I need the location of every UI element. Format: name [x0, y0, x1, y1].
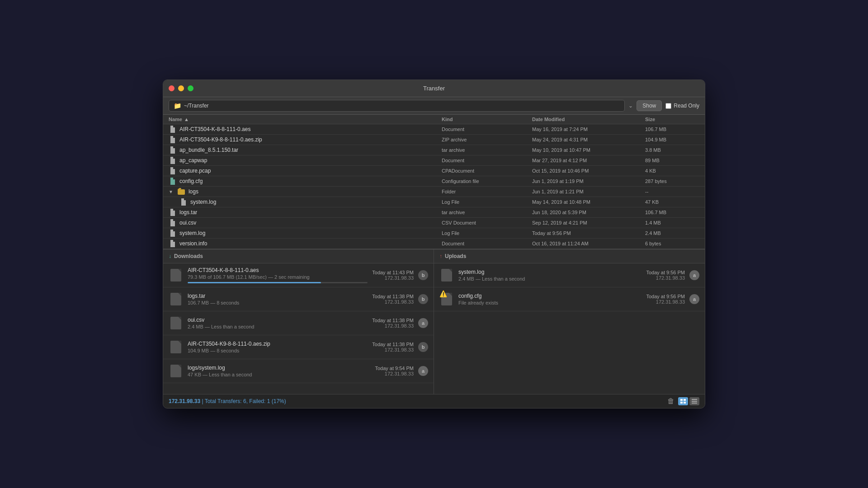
- path-bar[interactable]: 📁 ~/Transfer: [169, 100, 625, 112]
- table-row[interactable]: version.info Document Oct 16, 2019 at 11…: [163, 239, 705, 249]
- table-row[interactable]: oui.csv CSV Document Sep 12, 2019 at 4:2…: [163, 218, 705, 228]
- table-row[interactable]: AIR-CT3504-K-8-8-111-0.aes Document May …: [163, 124, 705, 135]
- col-date[interactable]: Date Modified: [532, 117, 645, 122]
- transfer-filename: oui.csv: [188, 317, 368, 323]
- doc-icon: [169, 146, 176, 154]
- grid-icon: [680, 399, 686, 404]
- upload-arrow-icon: ↑: [439, 253, 442, 259]
- download-item[interactable]: oui.csv 2.4 MB — Less than a second Toda…: [163, 311, 434, 335]
- file-name-cell: system.log: [179, 198, 442, 206]
- transfer-meta: 106.7 MB — 8 seconds: [188, 300, 368, 305]
- transfer-info: logs.tar 106.7 MB — 8 seconds: [188, 293, 368, 305]
- transfer-right: Today at 11:38 PM 172.31.98.33: [372, 342, 414, 352]
- transfer-info: AIR-CT3504-K9-8-8-111-0.aes.zip 104.9 MB…: [188, 341, 368, 353]
- sort-arrow: ▲: [184, 117, 189, 122]
- svg-rect-1: [680, 399, 683, 401]
- transfer-time: Today at 11:38 PM: [372, 318, 414, 323]
- col-size[interactable]: Size: [645, 117, 699, 122]
- status-icon[interactable]: b: [418, 294, 428, 304]
- progress-bar: [188, 282, 368, 283]
- doc-icon: [169, 126, 176, 133]
- path-dropdown-arrow[interactable]: ⌄: [628, 103, 633, 109]
- file-name-cell: ap_capwap: [169, 157, 442, 164]
- upload-item[interactable]: system.log 2.4 MB — Less than a second T…: [434, 263, 705, 287]
- download-arrow-icon: ↓: [169, 253, 171, 259]
- transfer-area: ↓ Downloads AIR-CT3504-K-8-8-111-0.aes 7…: [163, 249, 705, 394]
- transfer-doc-icon: [170, 317, 181, 329]
- table-row[interactable]: capture.pcap CPADocument Oct 15, 2019 at…: [163, 166, 705, 176]
- doc-icon: [169, 240, 176, 247]
- table-row[interactable]: ap_bundle_8.5.1.150.tar tar archive May …: [163, 145, 705, 155]
- show-button[interactable]: Show: [637, 100, 662, 111]
- download-item[interactable]: logs.tar 106.7 MB — 8 seconds Today at 1…: [163, 287, 434, 311]
- status-icon[interactable]: a: [418, 318, 428, 328]
- transfer-doc-icon: [441, 269, 452, 282]
- transfer-right: Today at 11:38 PM 172.31.98.33: [372, 318, 414, 328]
- grid-view-button[interactable]: [678, 397, 688, 405]
- uploads-header: ↑ Uploads: [434, 249, 705, 263]
- download-item[interactable]: logs/system.log 47 KB — Less than a seco…: [163, 359, 434, 383]
- transfer-filename: config.cfg: [458, 293, 642, 299]
- transfer-meta: 104.9 MB — 8 seconds: [188, 348, 368, 353]
- transfer-doc-icon: [170, 293, 181, 305]
- status-icon[interactable]: b: [418, 342, 428, 352]
- transfer-time: Today at 11:38 PM: [372, 294, 414, 299]
- table-row[interactable]: AIR-CT3504-K9-8-8-111-0.aes.zip ZIP arch…: [163, 135, 705, 145]
- log-icon: [179, 198, 187, 206]
- table-row[interactable]: logs.tar tar archive Jun 18, 2020 at 5:3…: [163, 207, 705, 218]
- transfer-info: logs/system.log 47 KB — Less than a seco…: [188, 365, 370, 377]
- table-row[interactable]: system.log Log File May 14, 2019 at 10:4…: [163, 197, 705, 207]
- transfer-right: Today at 11:43 PM 172.31.98.33: [372, 270, 414, 281]
- download-item[interactable]: AIR-CT3504-K-8-8-111-0.aes 79.3 MB of 10…: [163, 263, 434, 287]
- col-name[interactable]: Name ▲: [169, 117, 442, 122]
- transfer-filename: AIR-CT3504-K-8-8-111-0.aes: [188, 267, 368, 273]
- trash-icon[interactable]: 🗑: [667, 397, 675, 405]
- transfer-time: Today at 9:54 PM: [375, 366, 414, 371]
- list-view-button[interactable]: [689, 397, 699, 405]
- status-icon[interactable]: a: [689, 270, 699, 280]
- uploads-pane: ↑ Uploads system.log 2.4 MB — Less than …: [434, 249, 705, 394]
- uploads-label: Uploads: [445, 253, 466, 259]
- status-icon[interactable]: a: [689, 294, 699, 304]
- table-row[interactable]: ▼ logs Folder Jun 1, 2019 at 1:21 PM --: [163, 187, 705, 197]
- transfer-ip: 172.31.98.33: [646, 275, 685, 281]
- progress-fill: [188, 282, 321, 283]
- file-name-cell: capture.pcap: [169, 167, 442, 174]
- transfer-ip: 172.31.98.33: [646, 299, 685, 305]
- list-icon: [692, 399, 697, 404]
- col-kind[interactable]: Kind: [442, 117, 532, 122]
- window-title: Transfer: [423, 85, 445, 92]
- downloads-label: Downloads: [174, 253, 203, 259]
- table-row[interactable]: system.log Log File Today at 9:56 PM 2.4…: [163, 228, 705, 239]
- transfer-ip: 172.31.98.33: [372, 275, 414, 281]
- close-button[interactable]: [169, 85, 175, 91]
- table-row[interactable]: ap_capwap Document Mar 27, 2019 at 4:12 …: [163, 155, 705, 166]
- titlebar: Transfer: [163, 80, 705, 97]
- warning-icon: ⚠️: [439, 290, 447, 297]
- status-icon[interactable]: b: [418, 270, 428, 280]
- file-name-cell: oui.csv: [169, 219, 442, 226]
- file-name-cell: config.cfg: [169, 178, 442, 185]
- transfer-ip: 172.31.98.33: [372, 323, 414, 328]
- statusbar: 172.31.98.33 | Total Transfers: 6, Faile…: [163, 394, 705, 408]
- table-row[interactable]: config.cfg Configuration file Jun 1, 201…: [163, 176, 705, 187]
- transfer-meta: 2.4 MB — Less than a second: [458, 276, 642, 282]
- svg-rect-5: [692, 399, 697, 400]
- expand-arrow-icon[interactable]: ▼: [169, 189, 173, 194]
- minimize-button[interactable]: [178, 85, 184, 91]
- svg-rect-0: [178, 189, 185, 195]
- transfer-filename: AIR-CT3504-K9-8-8-111-0.aes.zip: [188, 341, 368, 347]
- log-icon: [169, 230, 176, 237]
- file-name-cell: version.info: [169, 240, 442, 247]
- transfer-time: Today at 9:56 PM: [646, 294, 685, 299]
- transfer-meta: 47 KB — Less than a second: [188, 372, 370, 377]
- readonly-checkbox[interactable]: [665, 103, 671, 109]
- statusbar-ip: 172.31.98.33: [169, 398, 200, 404]
- download-item[interactable]: AIR-CT3504-K9-8-8-111-0.aes.zip 104.9 MB…: [163, 335, 434, 359]
- status-icon[interactable]: a: [418, 366, 428, 376]
- statusbar-info: 172.31.98.33 | Total Transfers: 6, Faile…: [169, 398, 286, 404]
- view-buttons: [678, 397, 699, 405]
- maximize-button[interactable]: [188, 85, 193, 91]
- upload-item[interactable]: ⚠️ config.cfg File already exists Today …: [434, 287, 705, 311]
- toolbar: 📁 ~/Transfer ⌄ Show Read Only: [163, 97, 705, 115]
